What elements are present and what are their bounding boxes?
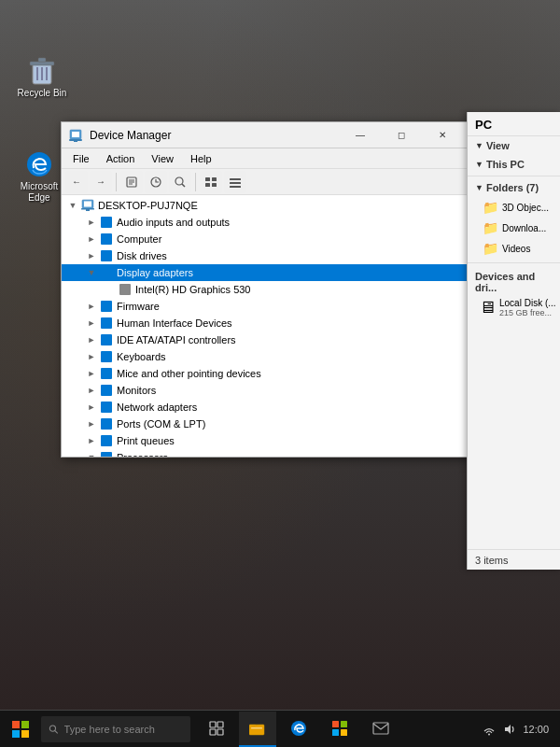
svg-rect-39 <box>249 725 264 735</box>
device-manager-window: Device Manager — ◻ ✕ File Action View He… <box>61 121 471 458</box>
tree-ports-label: Ports (COM & LPT) <box>117 418 205 430</box>
tree-item-ide[interactable]: ► IDE ATA/ATAPI controllers <box>62 331 470 348</box>
expand-mice: ► <box>84 366 99 381</box>
tray-volume-icon[interactable] <box>502 722 517 737</box>
fe-downloads-label: Downloa... <box>502 223 546 233</box>
tree-item-network[interactable]: ► Network adapters <box>62 399 470 416</box>
taskbar-search-bar[interactable] <box>41 716 190 742</box>
network-icon <box>99 400 114 415</box>
device-manager-toolbar: ← → <box>62 169 470 195</box>
menu-file[interactable]: File <box>65 151 97 166</box>
svg-rect-43 <box>341 721 347 727</box>
restore-button[interactable]: ◻ <box>381 122 422 148</box>
audio-icon <box>99 215 114 230</box>
drive-info: Local Disk (... 215 GB free... <box>499 298 556 317</box>
toolbar-scan[interactable] <box>169 171 191 193</box>
minimize-button[interactable]: — <box>340 122 381 148</box>
fe-item-videos[interactable]: 📁 Videos <box>468 238 560 259</box>
fe-item-3dobjects[interactable]: 📁 3D Objec... <box>468 197 560 218</box>
search-input[interactable] <box>64 724 183 735</box>
svg-line-17 <box>182 184 185 187</box>
toolbar-properties[interactable] <box>120 171 143 193</box>
recycle-bin-icon[interactable]: Recycle Bin <box>14 56 70 99</box>
fe-thispc-section[interactable]: ▼ This PC <box>468 155 560 174</box>
svg-rect-31 <box>12 730 20 738</box>
toolbar-update-driver[interactable] <box>145 171 167 193</box>
toolbar-forward[interactable]: → <box>90 171 112 193</box>
tree-item-printers[interactable]: ► Print queues <box>62 432 470 449</box>
taskbar-store-button[interactable] <box>321 712 358 747</box>
toolbar-view-devices[interactable] <box>200 171 222 193</box>
desktop: Recycle Bin Microsoft Edge Device Mana <box>0 0 560 747</box>
tree-item-gpu[interactable]: ► Intel(R) HD Graphics 530 <box>62 281 470 298</box>
taskbar-edge-button[interactable] <box>280 712 317 747</box>
edge-label: Microsoft Edge <box>11 181 67 204</box>
fe-divider-2 <box>468 262 560 263</box>
svg-rect-22 <box>230 178 241 180</box>
store-taskbar-icon <box>331 720 348 737</box>
start-button[interactable] <box>4 712 37 746</box>
device-manager-titlebar[interactable]: Device Manager — ◻ ✕ <box>62 122 470 148</box>
fe-devices-header-text: Devices and dri... <box>475 271 535 293</box>
fe-drive-local[interactable]: 🖥 Local Disk (... 215 GB free... <box>468 295 560 320</box>
firmware-icon <box>99 299 114 314</box>
edge-browser-icon[interactable]: Microsoft Edge <box>11 149 67 204</box>
menu-action[interactable]: Action <box>99 151 143 166</box>
tree-item-keyboard[interactable]: ► Keyboards <box>62 348 470 365</box>
svg-rect-20 <box>205 183 210 187</box>
taskbar-mail-button[interactable] <box>362 712 399 747</box>
svg-rect-42 <box>332 721 339 727</box>
toolbar-back[interactable]: ← <box>65 171 88 193</box>
task-view-icon <box>209 721 224 736</box>
tree-item-processors[interactable]: ▼ Processors <box>62 449 470 457</box>
tree-item-hid[interactable]: ► Human Interface Devices <box>62 315 470 331</box>
ide-icon <box>99 332 114 347</box>
tree-item-computer[interactable]: ► Computer <box>62 231 470 247</box>
computer-icon <box>80 198 95 213</box>
menu-help[interactable]: Help <box>183 151 219 166</box>
tree-item-disk[interactable]: ► Disk drives <box>62 247 470 264</box>
tree-audio-label: Audio inputs and outputs <box>117 217 230 228</box>
fe-item-downloads[interactable]: 📁 Downloa... <box>468 218 560 238</box>
fe-videos-label: Videos <box>502 244 530 254</box>
computer-sub-icon <box>99 232 114 247</box>
expand-network: ► <box>84 400 99 415</box>
expand-computer: ► <box>84 232 99 247</box>
tree-item-firmware[interactable]: ► Firmware <box>62 298 470 315</box>
expand-keyboard: ► <box>84 349 99 364</box>
tree-item-audio[interactable]: ► Audio inputs and outputs <box>62 214 470 231</box>
expand-disk: ► <box>84 248 99 263</box>
expand-audio: ► <box>84 215 99 230</box>
task-view-button[interactable] <box>198 712 235 747</box>
expand-printers: ► <box>84 433 99 448</box>
expand-firmware: ► <box>84 299 99 314</box>
fe-expand-view: ▼ <box>475 141 483 150</box>
tree-printer-label: Print queues <box>117 435 175 446</box>
svg-rect-32 <box>21 730 29 738</box>
tree-mice-label: Mice and other pointing devices <box>117 368 261 379</box>
svg-rect-21 <box>212 183 217 187</box>
toolbar-separator-1 <box>116 173 117 191</box>
tree-item-mice[interactable]: ► Mice and other pointing devices <box>62 365 470 382</box>
fe-folders-header[interactable]: ▼ Folders (7) <box>468 178 560 197</box>
expand-monitors: ► <box>84 383 99 398</box>
svg-rect-24 <box>230 186 241 188</box>
tree-item-monitors[interactable]: ► Monitors <box>62 382 470 399</box>
tree-item-display[interactable]: ▼ Display adapters <box>62 264 470 281</box>
taskbar-file-explorer-button[interactable] <box>239 712 276 747</box>
expand-processors: ▼ <box>84 450 99 457</box>
tree-item-root[interactable]: ▼ DESKTOP-PUJ7NQE <box>62 197 470 214</box>
svg-rect-45 <box>341 729 347 736</box>
svg-point-33 <box>49 726 55 731</box>
tree-item-ports[interactable]: ► Ports (COM & LPT) <box>62 416 470 432</box>
tree-display-label: Display adapters <box>117 267 193 278</box>
search-icon <box>49 724 59 735</box>
toolbar-separator-2 <box>195 173 196 191</box>
toolbar-view-list[interactable] <box>224 171 246 193</box>
printer-icon <box>99 433 114 448</box>
recycle-bin-img <box>27 56 57 86</box>
fe-view-section[interactable]: ▼ View <box>468 136 560 155</box>
tray-network-icon[interactable] <box>482 722 497 737</box>
close-button[interactable]: ✕ <box>422 122 463 148</box>
menu-view[interactable]: View <box>144 151 181 166</box>
